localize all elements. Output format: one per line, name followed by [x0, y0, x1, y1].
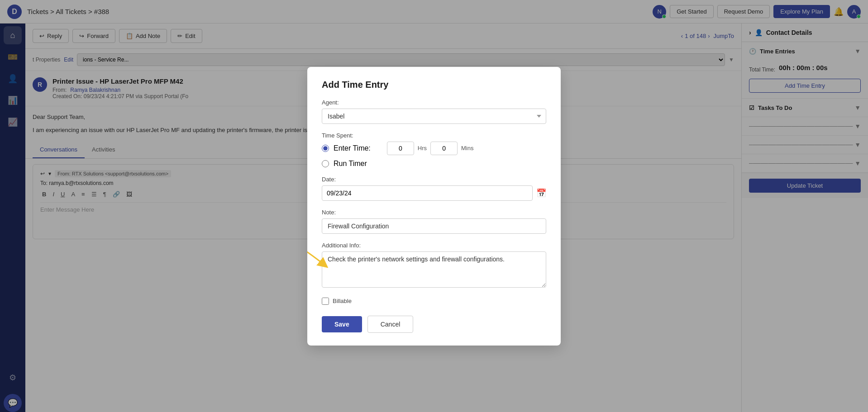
save-button[interactable]: Save: [322, 316, 362, 332]
calendar-icon[interactable]: 📅: [536, 188, 546, 198]
minutes-input[interactable]: [430, 142, 458, 155]
billable-label: Billable: [333, 298, 352, 304]
time-spent-form-group: Time Spent: Enter Time: Hrs Mins Run Tim…: [322, 132, 546, 168]
note-input[interactable]: [322, 218, 546, 234]
additional-info-form-group: Additional Info:: [322, 242, 546, 289]
enter-time-radio[interactable]: [322, 145, 329, 152]
modal-footer: Save Cancel: [322, 316, 546, 333]
agent-form-group: Agent: Isabel: [322, 99, 546, 124]
enter-time-label: Enter Time:: [334, 144, 371, 152]
note-label: Note:: [322, 209, 546, 216]
cancel-button[interactable]: Cancel: [367, 316, 414, 333]
additional-info-textarea[interactable]: [322, 251, 546, 288]
billable-checkbox-row: Billable: [322, 298, 546, 305]
run-timer-row: Run Timer: [322, 160, 546, 168]
agent-select[interactable]: Isabel: [322, 109, 546, 124]
billable-checkbox[interactable]: [322, 298, 329, 305]
date-input-row: 📅: [322, 185, 546, 201]
additional-info-label: Additional Info:: [322, 242, 546, 249]
hours-input[interactable]: [387, 142, 414, 155]
add-time-entry-modal: Add Time Entry Agent: Isabel Time Spent:…: [307, 67, 561, 346]
mins-label: Mins: [461, 145, 473, 152]
time-inputs-group: Hrs Mins: [387, 142, 474, 155]
modal-overlay: Add Time Entry Agent: Isabel Time Spent:…: [0, 0, 868, 412]
modal-title: Add Time Entry: [322, 80, 546, 90]
time-entry-mode-group: Enter Time: Hrs Mins Run Timer: [322, 142, 546, 168]
agent-label: Agent:: [322, 99, 546, 106]
date-form-group: Date: 📅: [322, 176, 546, 201]
enter-time-row: Enter Time: Hrs Mins: [322, 142, 546, 155]
run-timer-radio[interactable]: [322, 160, 329, 167]
note-form-group: Note:: [322, 209, 546, 234]
run-timer-label: Run Timer: [334, 160, 367, 168]
date-input[interactable]: [322, 185, 533, 201]
date-label: Date:: [322, 176, 546, 183]
billable-form-group: Billable: [322, 298, 546, 305]
time-spent-label: Time Spent:: [322, 132, 546, 139]
hrs-label: Hrs: [418, 145, 427, 152]
